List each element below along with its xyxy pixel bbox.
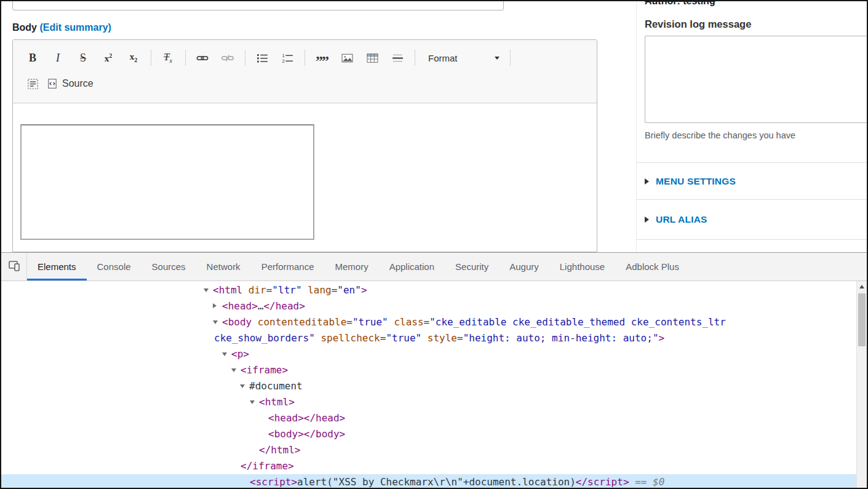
revision-log-textarea[interactable] bbox=[645, 36, 868, 123]
devtools-toolbar: ElementsConsoleSourcesNetworkPerformance… bbox=[1, 253, 867, 281]
code-plain bbox=[242, 284, 249, 296]
expanded-arrow-icon[interactable] bbox=[222, 352, 227, 356]
code-tag: <body></body> bbox=[268, 428, 345, 440]
strikethrough-button[interactable]: S bbox=[72, 49, 94, 67]
code-plain: alert("XSS by Checkmarx\r\n"+document.lo… bbox=[297, 476, 576, 488]
elements-tree-row[interactable]: </iframe> bbox=[1, 458, 856, 474]
toggle-device-toolbar-button[interactable] bbox=[1, 253, 27, 280]
elements-tree-row[interactable]: <body contenteditable="true" class="cke_… bbox=[1, 314, 856, 330]
code-tag: </iframe> bbox=[241, 460, 294, 472]
code-plain bbox=[421, 332, 428, 344]
superscript-icon: x2 bbox=[105, 53, 113, 63]
elements-tree-row[interactable]: <html> bbox=[1, 394, 856, 410]
superscript-button[interactable]: x2 bbox=[97, 49, 119, 67]
ckeditor: BISx2x2Tx12””Format Source bbox=[12, 39, 597, 252]
source-button[interactable]: Source bbox=[47, 74, 94, 93]
code-tag: <body bbox=[222, 316, 252, 328]
code-tag: <head> bbox=[222, 300, 258, 312]
code-attr: spellcheck bbox=[321, 332, 380, 344]
show-blocks-button[interactable] bbox=[22, 74, 44, 93]
format-dropdown[interactable]: Format bbox=[421, 49, 507, 67]
devtools-tab-lighthouse[interactable]: Lighthouse bbox=[549, 253, 615, 280]
image-icon bbox=[341, 53, 353, 63]
italic-icon: I bbox=[56, 52, 60, 63]
devtools-tab-elements[interactable]: Elements bbox=[27, 253, 87, 280]
devtools-scrollbar[interactable] bbox=[856, 281, 867, 488]
code-plain: = bbox=[346, 316, 352, 328]
expanded-arrow-icon[interactable] bbox=[204, 288, 209, 292]
scroll-up-icon bbox=[859, 285, 864, 288]
devtools-tab-network[interactable]: Network bbox=[196, 253, 251, 280]
devtools-tab-console[interactable]: Console bbox=[87, 253, 141, 280]
devtools-tab-application[interactable]: Application bbox=[379, 253, 445, 280]
bulleted-list-button[interactable] bbox=[251, 49, 273, 67]
blockquote-button[interactable]: ”” bbox=[311, 49, 333, 67]
code-val: "ltr" bbox=[272, 284, 301, 296]
code-val: "cke_editable cke_editable_themed cke_co… bbox=[429, 316, 726, 328]
devtools-tab-performance[interactable]: Performance bbox=[251, 253, 325, 280]
url-alias-section[interactable]: URL ALIAS bbox=[645, 213, 707, 226]
body-field-label: Body (Edit summary) bbox=[12, 22, 111, 33]
link-button[interactable] bbox=[191, 49, 213, 67]
chevron-down-icon bbox=[495, 57, 500, 60]
elements-tree-row[interactable]: <p> bbox=[1, 346, 856, 362]
expanded-arrow-icon[interactable] bbox=[213, 320, 218, 324]
code-tag: <head></head> bbox=[268, 412, 345, 424]
elements-tree-row[interactable]: cke_show_borders" spellcheck="true" styl… bbox=[1, 330, 856, 346]
bold-button[interactable]: B bbox=[22, 49, 44, 67]
code-val: "en" bbox=[337, 284, 361, 296]
title-field[interactable] bbox=[12, 0, 504, 10]
scrollbar-up-button[interactable] bbox=[857, 281, 867, 292]
devtools-tab-memory[interactable]: Memory bbox=[325, 253, 379, 280]
bold-icon: B bbox=[29, 52, 36, 63]
elements-tree-row[interactable]: <head></head> bbox=[1, 410, 856, 426]
remove-format-button[interactable]: Tx bbox=[157, 49, 179, 67]
code-tag: <iframe> bbox=[241, 364, 288, 376]
elements-tree-row[interactable]: <html dir="ltr" lang="en"> bbox=[1, 282, 856, 298]
code-plain bbox=[302, 284, 308, 296]
code-tag: <html> bbox=[259, 396, 295, 408]
revision-log-help: Briefly describe the changes you have bbox=[645, 130, 868, 140]
source-icon bbox=[47, 78, 58, 89]
elements-tree-row[interactable]: <iframe> bbox=[1, 362, 856, 378]
devtools-tab-sources[interactable]: Sources bbox=[141, 253, 196, 280]
collapsed-arrow-icon[interactable] bbox=[213, 303, 217, 308]
devtools-tab-security[interactable]: Security bbox=[445, 253, 499, 280]
elements-tree-row[interactable]: <body></body> bbox=[1, 426, 856, 442]
numbered-list-button[interactable]: 12 bbox=[276, 49, 298, 67]
toolbar-row-2: Source bbox=[22, 73, 588, 94]
subscript-button[interactable]: x2 bbox=[122, 49, 145, 67]
divider bbox=[637, 239, 868, 240]
edit-summary-link[interactable]: (Edit summary) bbox=[39, 22, 111, 33]
horizontal-line-icon bbox=[392, 53, 404, 63]
ckeditor-editing-area[interactable] bbox=[13, 103, 597, 240]
expanded-arrow-icon[interactable] bbox=[240, 384, 245, 388]
elements-tree-row[interactable]: </html> bbox=[1, 442, 856, 458]
devtools-panel: ElementsConsoleSourcesNetworkPerformance… bbox=[1, 252, 867, 488]
elements-tree-row[interactable]: <head>…</head> bbox=[1, 298, 856, 314]
collapsed-arrow-icon bbox=[645, 217, 649, 223]
table-button[interactable] bbox=[361, 49, 383, 67]
devtools-tab-augury[interactable]: Augury bbox=[499, 253, 549, 280]
code-attr: contenteditable bbox=[258, 316, 347, 328]
link-icon bbox=[196, 54, 209, 63]
toolbar-separator bbox=[305, 50, 305, 66]
devtools-tab-adblock-plus[interactable]: Adblock Plus bbox=[615, 253, 690, 280]
italic-button[interactable]: I bbox=[47, 49, 69, 67]
elements-tree-row-selected[interactable]: <script>alert("XSS by Checkmarx\r\n"+doc… bbox=[1, 474, 856, 488]
expanded-arrow-icon[interactable] bbox=[250, 400, 255, 404]
horizontal-line-button[interactable] bbox=[386, 49, 408, 67]
code-plain: = bbox=[266, 284, 273, 296]
code-plain: = bbox=[424, 316, 430, 328]
expanded-arrow-icon[interactable] bbox=[231, 368, 236, 372]
image-button[interactable] bbox=[336, 49, 358, 67]
devtools-tab-bar: ElementsConsoleSourcesNetworkPerformance… bbox=[27, 253, 690, 280]
menu-settings-section[interactable]: MENU SETTINGS bbox=[645, 175, 736, 188]
divider bbox=[637, 162, 868, 163]
scrollbar-thumb[interactable] bbox=[858, 293, 866, 346]
code-attr: dir bbox=[249, 284, 266, 296]
url-alias-label: URL ALIAS bbox=[656, 214, 707, 225]
dom-tree: <html dir="ltr" lang="en"><head>…</head>… bbox=[1, 282, 856, 488]
elements-tree-row[interactable]: #document bbox=[1, 378, 856, 394]
unlink-button[interactable] bbox=[217, 49, 239, 67]
